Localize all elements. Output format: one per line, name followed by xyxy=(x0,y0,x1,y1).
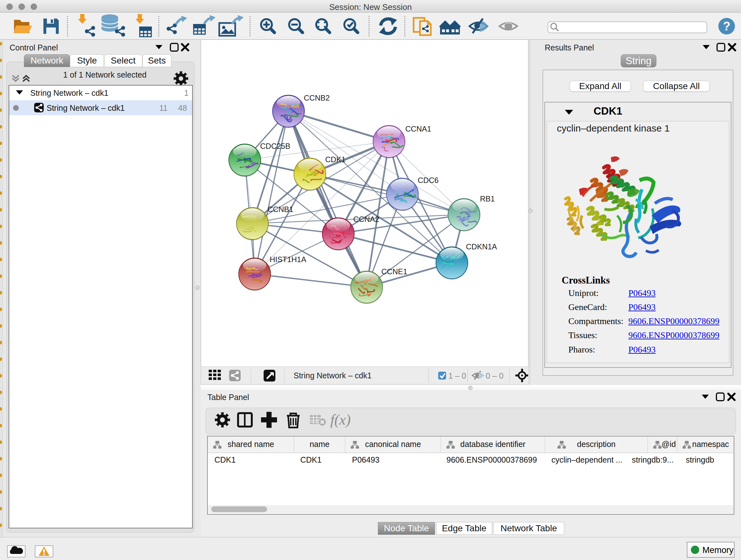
svg-text:CCNB1: CCNB1 xyxy=(267,205,293,213)
svg-text:CCNA1: CCNA1 xyxy=(405,125,431,133)
svg-text:CDK1: CDK1 xyxy=(325,155,346,164)
svg-text:CCNB2: CCNB2 xyxy=(304,94,330,102)
svg-text:?: ? xyxy=(723,19,730,33)
svg-text:f(x): f(x) xyxy=(330,412,351,428)
svg-text:CDKN1A: CDKN1A xyxy=(466,242,497,251)
svg-text:CCNA2: CCNA2 xyxy=(353,215,379,224)
svg-text:CDC6: CDC6 xyxy=(418,176,439,185)
svg-text:Memory: Memory xyxy=(702,545,734,555)
svg-text:CCNE1: CCNE1 xyxy=(381,267,407,276)
svg-text:RB1: RB1 xyxy=(480,194,495,203)
svg-text:CDC25B: CDC25B xyxy=(260,142,290,150)
svg-text:HIST1H1A: HIST1H1A xyxy=(270,255,307,264)
